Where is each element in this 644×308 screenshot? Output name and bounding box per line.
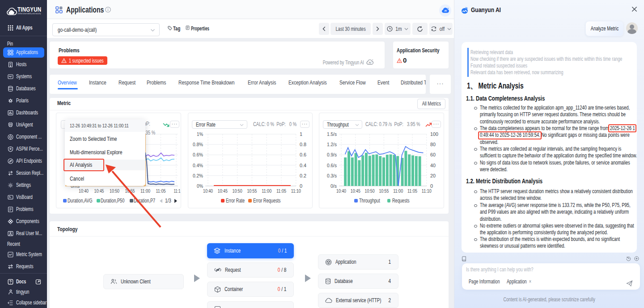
- svg-text:1%: 1%: [197, 131, 203, 137]
- svg-text:10:40: 10:40: [336, 188, 346, 194]
- svg-text:AI: AI: [368, 61, 371, 64]
- svg-text:11:05: 11:05: [407, 188, 417, 194]
- svg-text:1.2/s: 1.2/s: [327, 142, 337, 147]
- svg-text:10:40: 10:40: [203, 188, 213, 194]
- svg-text:0%: 0%: [197, 183, 203, 189]
- svg-text:60: 60: [430, 152, 436, 157]
- svg-text:11:00: 11:00: [262, 188, 271, 194]
- svg-text:11:1: 11:1: [174, 188, 181, 194]
- svg-text:1: 1: [300, 131, 302, 137]
- svg-text:0.4%: 0.4%: [193, 163, 203, 168]
- svg-text:10:55: 10:55: [379, 188, 389, 194]
- svg-text:11:00: 11:00: [393, 188, 403, 194]
- svg-text:10:45: 10:45: [351, 188, 360, 194]
- svg-text:80: 80: [430, 142, 436, 147]
- svg-text:40: 40: [430, 163, 436, 168]
- svg-text:0.9/s: 0.9/s: [327, 152, 337, 157]
- svg-text:11:10: 11:10: [291, 188, 301, 194]
- svg-text:1.5/s: 1.5/s: [327, 131, 337, 137]
- svg-text:0.6: 0.6: [300, 152, 306, 157]
- svg-text:10:50: 10:50: [233, 188, 242, 194]
- svg-text:0.2: 0.2: [300, 173, 306, 178]
- svg-text:0.4: 0.4: [300, 163, 306, 168]
- svg-text:0.6/s: 0.6/s: [327, 163, 337, 168]
- svg-text:11:05: 11:05: [276, 188, 286, 194]
- svg-text:10:55: 10:55: [247, 188, 257, 194]
- svg-text:AI: AI: [444, 9, 447, 12]
- svg-text:10:50: 10:50: [365, 188, 375, 194]
- svg-text:0.8: 0.8: [300, 142, 306, 147]
- svg-text:10:40: 10:40: [79, 188, 89, 194]
- svg-text:11:10: 11:10: [422, 188, 432, 194]
- svg-text:0.3/s: 0.3/s: [327, 173, 337, 178]
- svg-text:0.8%: 0.8%: [193, 142, 203, 147]
- svg-text:10:45: 10:45: [94, 188, 104, 194]
- svg-text:10:45: 10:45: [218, 188, 228, 194]
- svg-text:0.6%: 0.6%: [193, 152, 203, 157]
- svg-text:0.2%: 0.2%: [193, 173, 203, 178]
- svg-text:20: 20: [430, 173, 436, 178]
- svg-text:100: 100: [430, 131, 438, 137]
